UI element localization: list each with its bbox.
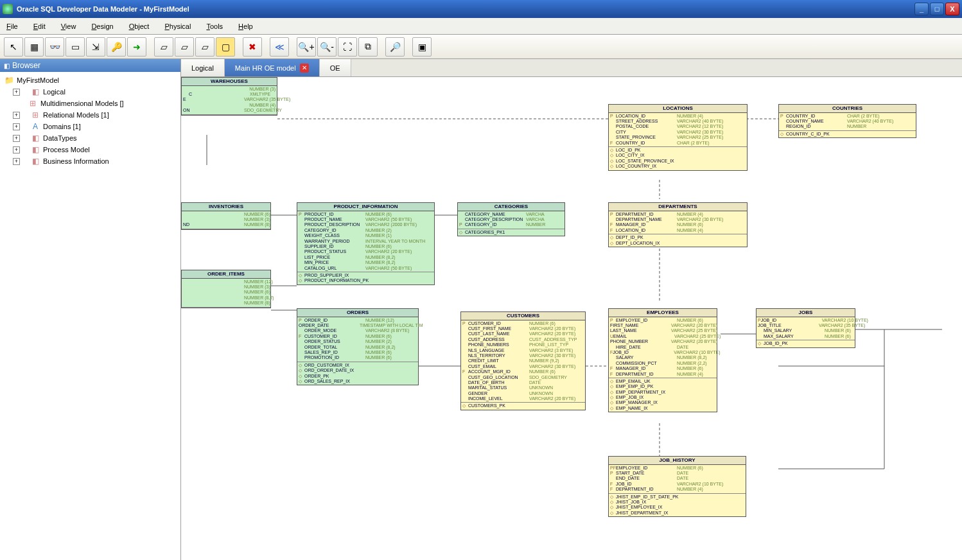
menu-tools[interactable]: Tools xyxy=(206,22,223,30)
app-icon xyxy=(3,4,13,14)
pointer-button[interactable]: ↖ xyxy=(4,37,23,57)
entity-locations[interactable]: LOCATIONSPLOCATION_IDNUMBER (4)STREET_AD… xyxy=(608,104,748,171)
entity-jobs[interactable]: JOBSPJOB_IDVARCHAR2 (10 BYTE)JOB_TITLEVA… xyxy=(756,308,855,348)
tab-main[interactable]: Main HR OE model✕ xyxy=(225,59,320,76)
menubar: FFileile Edit View Design Object Physica… xyxy=(0,18,962,35)
tree-logical[interactable]: +◧Logical xyxy=(10,86,179,98)
folder-icon: 📁 xyxy=(4,76,14,85)
view3-button[interactable]: ▱ xyxy=(195,37,214,57)
grid-button[interactable]: ▦ xyxy=(24,37,44,57)
tab-oe[interactable]: OE xyxy=(320,59,351,76)
delete-button[interactable]: ✖ xyxy=(243,37,262,57)
entity-departments[interactable]: DEPARTMENTSPDEPARTMENT_IDNUMBER (4)DEPAR… xyxy=(608,202,748,247)
maximize-button[interactable]: □ xyxy=(930,3,944,15)
tree-business[interactable]: +◧Business Information xyxy=(10,155,179,167)
canvas-area: Logical Main HR OE model✕ OE xyxy=(181,59,962,560)
tree-relational[interactable]: +⊞Relational Models [1] xyxy=(10,109,179,121)
entity-countries[interactable]: COUNTRIESPCOUNTRY_IDCHAR (2 BYTE)COUNTRY… xyxy=(778,104,916,138)
import-button[interactable]: ⇲ xyxy=(86,37,105,57)
domain-icon: A xyxy=(30,122,40,131)
cube-icon: ◧ xyxy=(30,87,40,96)
menu-physical[interactable]: Physical xyxy=(164,22,191,30)
view2-button[interactable]: ▱ xyxy=(175,37,194,57)
resize-button[interactable]: ⧉ xyxy=(358,37,378,57)
cube-icon: ◧ xyxy=(30,145,40,154)
entity-job-history[interactable]: JOB_HISTORYPFEMPLOYEE_IDNUMBER (6)PSTART… xyxy=(608,456,746,517)
expand-icon[interactable]: + xyxy=(13,135,20,142)
expand-icon[interactable]: + xyxy=(13,158,20,165)
expand-icon[interactable]: + xyxy=(13,146,20,153)
tab-close-icon[interactable]: ✕ xyxy=(300,64,309,73)
browser-title: Browser xyxy=(0,59,180,72)
expand-icon[interactable]: + xyxy=(13,112,20,119)
key-button[interactable]: 🔑 xyxy=(107,37,126,57)
close-button[interactable]: X xyxy=(945,3,959,15)
menu-design[interactable]: Design xyxy=(91,22,113,30)
toolbar: ↖ ▦ 👓 ▭ ⇲ 🔑 ➜ ▱ ▱ ▱ ▢ ✖ ≪ 🔍+ 🔍- ⛶ ⧉ 🔎 ▣ xyxy=(0,35,962,59)
menu-edit[interactable]: Edit xyxy=(33,22,46,30)
cube-icon: ◧ xyxy=(30,134,40,143)
zoom-in-button[interactable]: 🔍+ xyxy=(297,37,316,57)
entity-button[interactable]: ▭ xyxy=(66,37,85,57)
tree-domains[interactable]: +ADomains [1] xyxy=(10,121,179,132)
model-icon: ⊞ xyxy=(28,99,38,108)
titlebar: Oracle SQL Developer Data Modeler - MyFi… xyxy=(0,0,962,18)
rewind-button[interactable]: ≪ xyxy=(270,37,289,57)
tabs: Logical Main HR OE model✕ OE xyxy=(181,59,962,77)
fit-button[interactable]: ⛶ xyxy=(338,37,357,57)
expand-icon[interactable]: + xyxy=(13,89,20,96)
entity-order-items[interactable]: ORDER_ITEMSNUMBER (12)NUMBER (3)NUMBER (… xyxy=(181,270,271,308)
window-title: Oracle SQL Developer Data Modeler - MyFi… xyxy=(17,5,189,13)
entity-customers[interactable]: CUSTOMERSPCUSTOMER_IDNUMBER (6)CUST_FIRS… xyxy=(460,311,586,410)
window-buttons: _ □ X xyxy=(914,3,959,15)
menu-help[interactable]: Help xyxy=(238,22,253,30)
cube-icon: ◧ xyxy=(30,157,40,166)
entity-categories[interactable]: CATEGORIESCATEGORY_NAMEVARCHACATEGORY_DE… xyxy=(457,202,565,236)
minimize-button[interactable]: _ xyxy=(914,3,929,15)
glasses-button[interactable]: 👓 xyxy=(45,37,64,57)
expand-icon[interactable]: + xyxy=(13,123,20,130)
tree-process[interactable]: +◧Process Model xyxy=(10,144,179,155)
arrow-button[interactable]: ➜ xyxy=(127,37,146,57)
menu-view[interactable]: View xyxy=(61,22,76,30)
layout-button[interactable]: ▣ xyxy=(412,37,432,57)
model-icon: ⊞ xyxy=(30,110,40,119)
browser-tree: 📁 MyFirstModel +◧Logical ⊞Multidimension… xyxy=(0,72,180,170)
note-button[interactable]: ▢ xyxy=(216,37,235,57)
tree-multidim[interactable]: ⊞Multidimensional Models [] xyxy=(10,98,179,109)
browser-panel: Browser 📁 MyFirstModel +◧Logical ⊞Multid… xyxy=(0,59,181,560)
zoom-out-button[interactable]: 🔍- xyxy=(317,37,337,57)
menu-file[interactable]: FFileile xyxy=(6,22,18,30)
view1-button[interactable]: ▱ xyxy=(154,37,173,57)
entity-warehouses[interactable]: WAREHOUSESNUMBER (3)CXMLTYPEEVARCHAR2 (3… xyxy=(181,77,277,116)
find-button[interactable]: 🔎 xyxy=(385,37,405,57)
entity-employees[interactable]: EMPLOYEESPEMPLOYEE_IDNUMBER (6)FIRST_NAM… xyxy=(608,308,717,412)
entity-orders[interactable]: ORDERSPORDER_IDNUMBER (12)ORDER_DATETIME… xyxy=(297,308,419,385)
menu-object[interactable]: Object xyxy=(129,22,150,30)
diagram-canvas[interactable]: WAREHOUSESNUMBER (3)CXMLTYPEEVARCHAR2 (3… xyxy=(181,77,962,560)
tab-logical[interactable]: Logical xyxy=(181,59,225,76)
entity-product-information[interactable]: PRODUCT_INFORMATIONPPRODUCT_IDNUMBER (6)… xyxy=(297,202,435,285)
entity-inventories[interactable]: INVENTORIESNUMBER (6)NUMBER (3)NDNUMBER … xyxy=(181,202,271,230)
tree-datatypes[interactable]: +◧DataTypes xyxy=(10,132,179,144)
tree-root[interactable]: 📁 MyFirstModel xyxy=(1,74,179,86)
